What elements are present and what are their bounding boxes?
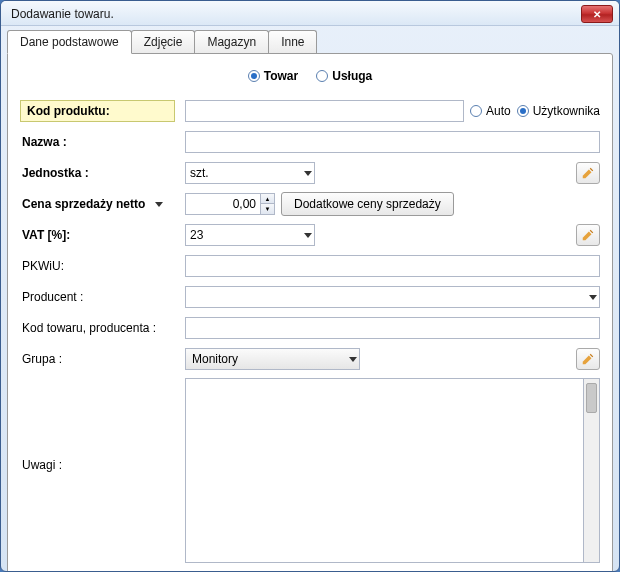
uwagi-wrap: [185, 378, 600, 563]
tabstrip: Dane podstawowe Zdjęcie Magazyn Inne: [7, 30, 613, 53]
radio-icon: [517, 105, 529, 117]
label-nazwa: Nazwa :: [20, 135, 185, 149]
tab-dane-podstawowe[interactable]: Dane podstawowe: [7, 30, 132, 54]
row-kod: Kod produktu: Auto Użytkownika: [20, 99, 600, 123]
kodprod-field-wrap: [185, 317, 600, 339]
radio-usluga-label: Usługa: [332, 69, 372, 83]
dodatkowe-ceny-label: Dodatkowe ceny sprzedaży: [294, 197, 441, 211]
nazwa-input[interactable]: [185, 131, 600, 153]
row-vat: VAT [%]: 23: [20, 223, 600, 247]
grupa-field-wrap: Monitory: [185, 348, 600, 370]
edit-jednostka-button[interactable]: [576, 162, 600, 184]
radio-auto-label: Auto: [486, 104, 511, 118]
scrollbar[interactable]: [584, 378, 600, 563]
pkwiu-input[interactable]: [185, 255, 600, 277]
vat-value: 23: [190, 228, 203, 242]
label-kodprod: Kod towaru, producenta :: [20, 321, 185, 335]
label-jednostka: Jednostka :: [20, 166, 185, 180]
cena-field-wrap: 0,00 ▲ ▼ Dodatkowe ceny sprzedaży: [185, 192, 600, 216]
radio-towar-label: Towar: [264, 69, 298, 83]
tab-inne[interactable]: Inne: [268, 30, 317, 53]
vat-select[interactable]: 23: [185, 224, 315, 246]
chevron-down-icon: [304, 233, 312, 238]
nazwa-field-wrap: [185, 131, 600, 153]
scrollbar-thumb[interactable]: [586, 383, 597, 413]
row-kodprod: Kod towaru, producenta :: [20, 316, 600, 340]
row-pkwiu: PKWiU:: [20, 254, 600, 278]
pencil-icon: [581, 352, 595, 366]
row-producent: Producent :: [20, 285, 600, 309]
spin-down-button[interactable]: ▼: [261, 204, 274, 214]
radio-usluga[interactable]: Usługa: [316, 69, 372, 83]
close-icon: ✕: [593, 9, 601, 20]
radio-icon: [470, 105, 482, 117]
chevron-down-icon: [304, 171, 312, 176]
grupa-value: Monitory: [192, 352, 238, 366]
titlebar: Dodawanie towaru. ✕: [1, 1, 619, 26]
grupa-select[interactable]: Monitory: [185, 348, 360, 370]
radio-towar[interactable]: Towar: [248, 69, 298, 83]
label-cena: Cena sprzedaży netto: [22, 197, 145, 211]
kod-input[interactable]: [185, 100, 464, 122]
producent-select[interactable]: [185, 286, 600, 308]
chevron-down-icon[interactable]: [155, 202, 163, 207]
label-vat: VAT [%]:: [20, 228, 185, 242]
row-grupa: Grupa : Monitory: [20, 347, 600, 371]
spin-up-button[interactable]: ▲: [261, 194, 274, 204]
dodatkowe-ceny-button[interactable]: Dodatkowe ceny sprzedaży: [281, 192, 454, 216]
radio-uzytkownika[interactable]: Użytkownika: [517, 104, 600, 118]
label-uwagi: Uwagi :: [20, 378, 185, 472]
jednostka-value: szt.: [190, 166, 209, 180]
jednostka-select[interactable]: szt.: [185, 162, 315, 184]
radio-uzytkownika-label: Użytkownika: [533, 104, 600, 118]
label-grupa: Grupa :: [20, 352, 185, 366]
radio-icon: [316, 70, 328, 82]
window-title: Dodawanie towaru.: [11, 7, 114, 21]
cena-value: 0,00: [186, 197, 260, 211]
kod-field-wrap: Auto Użytkownika: [185, 100, 600, 122]
radio-auto[interactable]: Auto: [470, 104, 511, 118]
producent-field-wrap: [185, 286, 600, 308]
vat-field-wrap: 23: [185, 224, 600, 246]
chevron-down-icon: [589, 295, 597, 300]
pkwiu-field-wrap: [185, 255, 600, 277]
pencil-icon: [581, 166, 595, 180]
row-nazwa: Nazwa :: [20, 130, 600, 154]
edit-vat-button[interactable]: [576, 224, 600, 246]
edit-grupa-button[interactable]: [576, 348, 600, 370]
type-radio-row: Towar Usługa: [20, 64, 600, 88]
row-jednostka: Jednostka : szt.: [20, 161, 600, 185]
radio-icon: [248, 70, 260, 82]
jednostka-field-wrap: szt.: [185, 162, 600, 184]
row-cena: Cena sprzedaży netto 0,00 ▲ ▼ Dodatkowe …: [20, 192, 600, 216]
chevron-down-icon: [349, 357, 357, 362]
label-producent: Producent :: [20, 290, 185, 304]
label-kod: Kod produktu:: [20, 100, 175, 122]
cena-input[interactable]: 0,00 ▲ ▼: [185, 193, 275, 215]
uwagi-textarea[interactable]: [185, 378, 584, 563]
row-uwagi: Uwagi :: [20, 378, 600, 563]
cena-spinners: ▲ ▼: [260, 194, 274, 214]
label-pkwiu: PKWiU:: [20, 259, 185, 273]
pencil-icon: [581, 228, 595, 242]
tab-magazyn[interactable]: Magazyn: [194, 30, 269, 53]
kodprod-input[interactable]: [185, 317, 600, 339]
content-area: Dane podstawowe Zdjęcie Magazyn Inne Tow…: [1, 26, 619, 572]
tab-panel: Towar Usługa Kod produktu: Auto: [7, 53, 613, 572]
dialog-window: Dodawanie towaru. ✕ Dane podstawowe Zdję…: [0, 0, 620, 572]
tab-zdjecie[interactable]: Zdjęcie: [131, 30, 196, 53]
close-button[interactable]: ✕: [581, 5, 613, 23]
label-cena-wrap: Cena sprzedaży netto: [20, 197, 185, 211]
